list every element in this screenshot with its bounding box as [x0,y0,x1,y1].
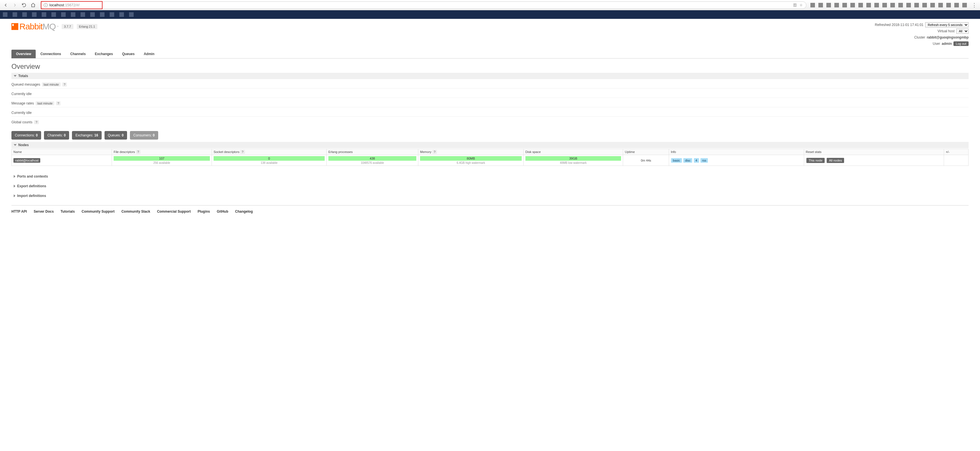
ext-icon[interactable] [922,3,927,8]
section-ports-header[interactable]: Ports and contexts [11,173,969,180]
ext-icon[interactable] [842,3,847,8]
tab-channels[interactable]: Channels [66,50,90,58]
section-import-header[interactable]: Import definitions [11,192,969,200]
bookmark-icon[interactable] [110,12,114,17]
bookmark-icon[interactable] [13,12,17,17]
refresh-interval-select[interactable]: Refresh every 5 seconds [925,22,969,27]
info-badge-rss[interactable]: rss [700,158,708,163]
section-export-header[interactable]: Export definitions [11,183,969,190]
ext-icon[interactable] [882,3,887,8]
user-name: admin [942,41,952,47]
ext-icon[interactable] [810,3,815,8]
queued-help-icon[interactable]: ? [62,83,67,86]
tab-exchanges[interactable]: Exchanges [90,50,117,58]
bookmark-icon[interactable] [71,12,75,17]
bookmark-icon[interactable] [32,12,37,17]
sd-sub: 138 available [213,161,325,164]
node-name-pill[interactable]: rabbit@localhost [13,158,40,163]
help-icon[interactable]: ? [136,150,140,154]
vhost-select[interactable]: All [956,29,969,34]
disk-bar: 39GB [525,156,621,161]
star-icon[interactable]: ☆ [800,3,803,7]
footer-community-support[interactable]: Community Support [82,210,115,213]
key-icon[interactable]: ⚿ [793,3,797,7]
nav-forward-icon[interactable] [11,2,18,9]
count-queues[interactable]: Queues: 0 [105,131,127,140]
bookmark-icon[interactable] [61,12,66,17]
count-channels[interactable]: Channels: 0 [44,131,69,140]
rates-range-tag[interactable]: last minute [36,101,54,105]
count-connections[interactable]: Connections: 0 [11,131,41,140]
footer-community-slack[interactable]: Community Slack [121,210,150,213]
help-icon[interactable]: ? [240,150,245,154]
logo-text-rabbit: Rabbit [19,22,43,32]
global-count-buttons: Connections: 0 Channels: 0 Exchanges: 16… [11,131,969,140]
count-exchanges[interactable]: Exchanges: 16 [72,131,101,140]
page-title: Overview [11,62,969,70]
site-info-icon[interactable]: i [44,3,48,7]
ep-bar: 438 [328,156,416,161]
ext-icon[interactable] [858,3,863,8]
nav-reload-icon[interactable] [21,2,27,9]
ext-icon[interactable] [938,3,943,8]
footer-plugins[interactable]: Plugins [197,210,210,213]
bookmark-icon[interactable] [42,12,46,17]
ext-icon[interactable] [818,3,823,8]
ext-icon[interactable] [866,3,871,8]
bookmark-icon[interactable] [51,12,56,17]
ext-icon[interactable] [890,3,895,8]
help-icon[interactable]: ? [432,150,437,154]
global-help-icon[interactable]: ? [34,120,38,124]
info-badge-basic[interactable]: basic [671,158,682,163]
col-plusminus[interactable]: +/- [944,149,969,155]
bookmark-icon[interactable] [129,12,134,17]
ext-icon[interactable] [946,3,951,8]
ext-icon[interactable] [834,3,839,8]
logout-button[interactable]: Log out [953,41,969,46]
url-bar[interactable]: i localhost:15672/#/ ⚿ ☆ [40,2,807,9]
rates-help-icon[interactable]: ? [56,101,60,105]
bookmark-icon[interactable] [90,12,95,17]
tab-connections[interactable]: Connections [36,50,66,58]
ext-icon[interactable] [898,3,903,8]
bookmark-icon[interactable] [3,12,8,17]
col-uptime: Uptime [623,149,669,155]
ext-icon[interactable] [914,3,919,8]
tab-overview[interactable]: Overview [11,50,36,58]
bookmark-icon[interactable] [100,12,105,17]
reset-this-node-button[interactable]: This node [807,158,825,163]
footer-server-docs[interactable]: Server Docs [34,210,54,213]
bookmark-icon[interactable] [119,12,124,17]
chevron-right-icon [14,194,16,197]
nav-back-icon[interactable] [2,2,9,9]
ext-icon[interactable] [962,3,967,8]
section-totals-header[interactable]: Totals [11,73,969,79]
reset-all-nodes-button[interactable]: All nodes [827,158,844,163]
ext-icon[interactable] [954,3,959,8]
nav-home-icon[interactable] [30,2,37,9]
section-nodes-header[interactable]: Nodes [11,142,969,148]
version-badge-erlang: Erlang 21.1 [77,24,97,29]
tab-admin[interactable]: Admin [139,50,159,58]
ext-icon[interactable] [906,3,911,8]
ext-icon[interactable] [930,3,935,8]
footer-github[interactable]: GitHub [217,210,228,213]
bookmark-icon[interactable] [22,12,27,17]
footer-tutorials[interactable]: Tutorials [60,210,75,213]
tab-queues[interactable]: Queues [117,50,139,58]
ext-icon[interactable] [874,3,879,8]
info-badge-4[interactable]: 4 [694,158,699,163]
footer-commercial-support[interactable]: Commercial Support [157,210,191,213]
info-badge-disc[interactable]: disc [683,158,692,163]
ext-icon[interactable] [850,3,855,8]
footer-http-api[interactable]: HTTP API [11,210,27,213]
col-info: Info [669,149,804,155]
ext-icon[interactable] [826,3,831,8]
bookmark-icon[interactable] [81,12,85,17]
count-consumers[interactable]: Consumers: 0 [130,131,158,140]
queued-messages-label: Queued messages [11,83,40,86]
menu-icon[interactable]: ⋮ [971,2,978,9]
footer-changelog[interactable]: Changelog [235,210,253,213]
queued-range-tag[interactable]: last minute [42,83,60,86]
refreshed-label: Refreshed 2018-11-01 17:41:01 [875,22,923,28]
